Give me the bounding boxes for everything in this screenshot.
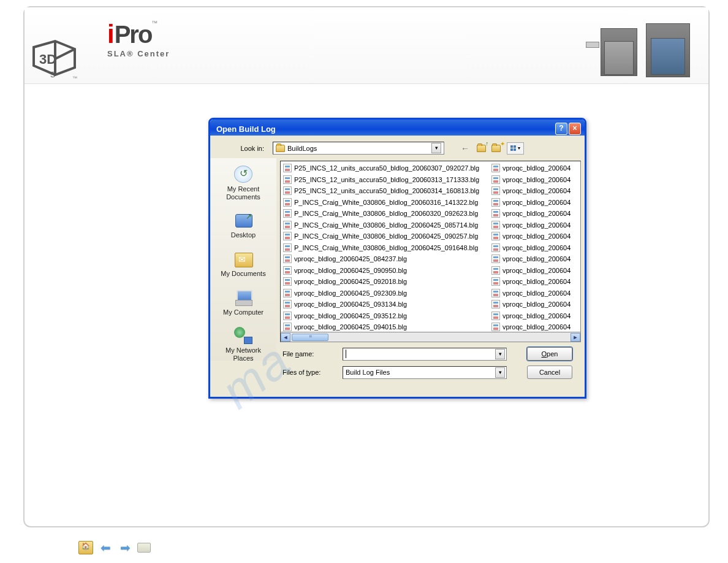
sidebar-item-mydocuments[interactable]: My Documents xyxy=(216,247,271,280)
file-item[interactable]: P_INCS_Craig_White_030806_bldlog_2006042… xyxy=(282,242,488,254)
file-name: vproqc_bldlog_200604 xyxy=(502,255,571,262)
file-name: vproqc_bldlog_200604 xyxy=(502,210,571,217)
titlebar[interactable]: Open Build Log ? × xyxy=(210,120,585,136)
scroll-right-icon[interactable]: ► xyxy=(571,333,580,342)
lookin-value: BuildLogs xyxy=(287,145,317,152)
sidebar-item-desktop[interactable]: Desktop xyxy=(216,208,271,242)
file-item[interactable]: vproqc_bldlog_200604 xyxy=(490,174,572,186)
file-icon xyxy=(283,209,292,218)
desktop-icon xyxy=(233,210,254,230)
horizontal-scrollbar[interactable]: ◄ ► xyxy=(280,332,581,342)
file-icon xyxy=(491,266,500,275)
file-item[interactable]: vproqc_bldlog_200604 xyxy=(490,208,572,220)
back-icon[interactable]: ← xyxy=(459,142,471,155)
dropdown-arrow-icon[interactable]: ▾ xyxy=(495,367,505,378)
scroll-left-icon[interactable]: ◄ xyxy=(281,333,290,342)
file-icon xyxy=(283,323,292,331)
file-icon xyxy=(283,232,292,240)
file-name: P25_INCS_12_units_accura50_bldlog_200603… xyxy=(294,176,479,183)
forward-arrow-icon[interactable]: ➡ xyxy=(118,541,132,554)
file-item[interactable]: P25_INCS_12_units_accura50_bldlog_200603… xyxy=(282,185,488,197)
scroll-thumb[interactable] xyxy=(292,334,328,341)
filename-input[interactable]: ▾ xyxy=(343,348,507,361)
file-icon xyxy=(491,255,500,263)
file-item[interactable]: P_INCS_Craig_White_030806_bldlog_2006042… xyxy=(282,231,488,242)
up-one-level-icon[interactable]: ↑ xyxy=(475,142,487,155)
file-item[interactable]: P_INCS_Craig_White_030806_bldlog_2006031… xyxy=(282,197,488,209)
file-item[interactable]: vproqc_bldlog_200604 xyxy=(490,231,572,242)
file-name: P_INCS_Craig_White_030806_bldlog_2006032… xyxy=(294,210,478,217)
file-name: vproqc_bldlog_20060425_084237.blg xyxy=(294,255,407,262)
file-item[interactable]: vproqc_bldlog_20060425_093512.blg xyxy=(282,310,488,322)
open-button[interactable]: Open xyxy=(527,347,572,361)
file-icon xyxy=(491,277,500,286)
file-item[interactable]: vproqc_bldlog_20060425_092018.blg xyxy=(282,276,488,288)
sidebar-label: My Recent Documents xyxy=(216,185,271,201)
sidebar-label: My Documents xyxy=(216,270,271,278)
file-item[interactable]: vproqc_bldlog_200604 xyxy=(490,163,572,174)
lookin-dropdown[interactable]: BuildLogs ▾ xyxy=(273,142,444,155)
sidebar-item-mycomputer[interactable]: My Computer xyxy=(216,285,271,319)
file-name: vproqc_bldlog_200604 xyxy=(502,267,571,274)
file-item[interactable]: vproqc_bldlog_20060425_090950.blg xyxy=(282,265,488,277)
documents-icon xyxy=(233,249,254,269)
cancel-button[interactable]: Cancel xyxy=(527,366,572,379)
logo-pro-text: Pro xyxy=(115,21,152,48)
folder-nav-icon[interactable] xyxy=(137,543,151,553)
file-icon xyxy=(491,243,500,252)
file-item[interactable]: vproqc_bldlog_20060425_092309.blg xyxy=(282,288,488,299)
computer-icon xyxy=(233,288,254,307)
file-item[interactable]: vproqc_bldlog_200604 xyxy=(490,197,572,209)
logo-ipro: iPro™ SLA® Center xyxy=(107,20,170,58)
file-list[interactable]: P25_INCS_12_units_accura50_bldlog_200603… xyxy=(280,161,581,332)
file-item[interactable]: vproqc_bldlog_200604 xyxy=(490,276,572,288)
open-dialog: Open Build Log ? × Look in: BuildLogs ▾ … xyxy=(208,118,586,399)
file-icon xyxy=(283,164,292,172)
back-arrow-icon[interactable]: ⬅ xyxy=(98,541,113,554)
logo-3ds: 3D S ™ xyxy=(31,38,80,81)
file-name: P_INCS_Craig_White_030806_bldlog_2006042… xyxy=(294,232,478,240)
sidebar-item-recent[interactable]: My Recent Documents xyxy=(216,162,271,203)
filetype-dropdown[interactable]: Build Log Files ▾ xyxy=(343,366,507,379)
file-item[interactable]: vproqc_bldlog_20060425_084237.blg xyxy=(282,253,488,265)
filetype-value: Build Log Files xyxy=(346,369,390,376)
file-item[interactable]: vproqc_bldlog_200604 xyxy=(490,185,572,197)
file-icon xyxy=(283,243,292,252)
file-name: P_INCS_Craig_White_030806_bldlog_2006042… xyxy=(294,221,478,229)
file-item[interactable]: P25_INCS_12_units_accura50_bldlog_200603… xyxy=(282,174,488,186)
file-icon xyxy=(491,175,500,184)
file-name: vproqc_bldlog_20060425_092018.blg xyxy=(294,278,407,285)
file-name: vproqc_bldlog_200604 xyxy=(502,176,571,183)
dropdown-arrow-icon[interactable]: ▾ xyxy=(431,143,441,153)
file-name: vproqc_bldlog_200604 xyxy=(502,301,571,308)
file-name: vproqc_bldlog_200604 xyxy=(502,278,571,285)
file-item[interactable]: vproqc_bldlog_200604 xyxy=(490,265,572,277)
file-item[interactable]: vproqc_bldlog_200604 xyxy=(490,242,572,254)
dropdown-arrow-icon[interactable]: ▾ xyxy=(495,349,505,359)
file-item[interactable]: P_INCS_Craig_White_030806_bldlog_2006032… xyxy=(282,208,488,220)
file-name: vproqc_bldlog_200604 xyxy=(502,312,571,320)
file-item[interactable]: vproqc_bldlog_200604 xyxy=(490,299,572,310)
view-menu-icon[interactable]: ▾ xyxy=(507,142,524,155)
home-icon[interactable] xyxy=(78,541,93,554)
file-item[interactable]: vproqc_bldlog_200604 xyxy=(490,220,572,231)
new-folder-icon[interactable]: ✦ xyxy=(491,142,503,155)
file-name: P_INCS_Craig_White_030806_bldlog_2006031… xyxy=(294,199,478,206)
file-name: P_INCS_Craig_White_030806_bldlog_2006042… xyxy=(294,244,478,251)
dialog-title: Open Build Log xyxy=(216,124,276,134)
file-item[interactable]: vproqc_bldlog_200604 xyxy=(490,253,572,265)
file-item[interactable]: vproqc_bldlog_200604 xyxy=(490,288,572,299)
sidebar-item-network[interactable]: My Network Places xyxy=(216,323,271,364)
file-icon xyxy=(491,312,500,320)
file-item[interactable]: vproqc_bldlog_200604 xyxy=(490,321,572,332)
close-button[interactable]: × xyxy=(569,123,581,135)
file-item[interactable]: vproqc_bldlog_200604 xyxy=(490,310,572,322)
help-button[interactable]: ? xyxy=(555,123,567,135)
file-item[interactable]: vproqc_bldlog_20060425_093134.blg xyxy=(282,299,488,310)
file-item[interactable]: P25_INCS_12_units_accura50_bldlog_200603… xyxy=(282,163,488,174)
app-window: 3D S ™ iPro™ SLA® Center manualsive Open… xyxy=(23,6,710,527)
file-item[interactable]: vproqc_bldlog_20060425_094015.blg xyxy=(282,321,488,332)
file-name: P25_INCS_12_units_accura50_bldlog_200603… xyxy=(294,164,479,172)
file-item[interactable]: P_INCS_Craig_White_030806_bldlog_2006042… xyxy=(282,220,488,231)
file-icon xyxy=(491,300,500,308)
